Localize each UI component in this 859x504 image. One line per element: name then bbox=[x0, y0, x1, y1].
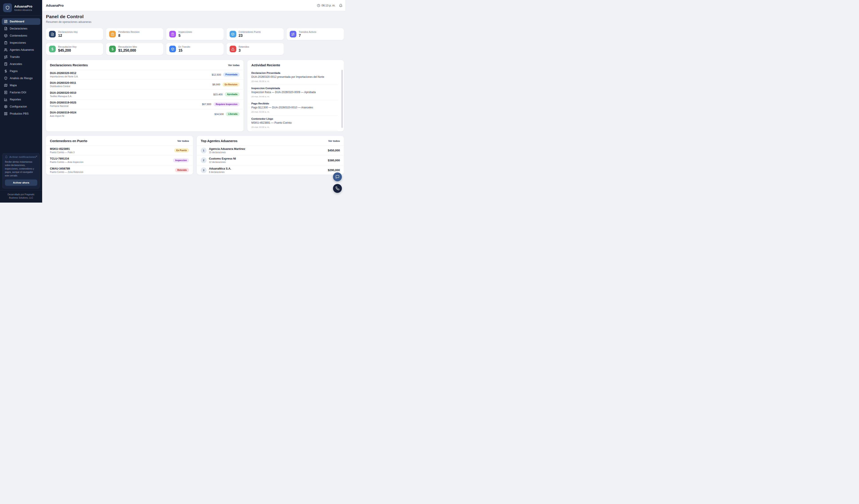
stat-icon bbox=[169, 46, 176, 52]
sidebar-item[interactable]: Facturas DGI bbox=[2, 89, 40, 96]
recent-activity-panel: Actividad Reciente Declaracion Presentad… bbox=[247, 60, 344, 131]
recent-declarations-panel: Declaraciones Recientes Ver todas DUA-20… bbox=[46, 60, 244, 131]
status-badge: Liberada bbox=[226, 112, 240, 116]
sidebar-item[interactable]: Analisis de Riesgo bbox=[2, 75, 40, 82]
activity-item[interactable]: Contenedor Llego MSKU-4523891 — Puerto C… bbox=[251, 115, 338, 131]
panel-header: Top Agentes Aduaneros Ver todos bbox=[197, 136, 344, 145]
stat-label: Retenidos bbox=[239, 45, 249, 48]
stat-value: $1,250,000 bbox=[118, 49, 137, 52]
declaration-id: DUA-20260320-0011 bbox=[50, 81, 76, 84]
content: Panel de Control Resumen de operaciones … bbox=[42, 11, 345, 175]
sidebar-item[interactable]: Reportes bbox=[2, 96, 40, 103]
rank-badge: 1 bbox=[201, 147, 207, 153]
activity-list: Declaracion Presentada DUA-20260320-0012… bbox=[247, 69, 342, 131]
agent-name: AduanaNica S.A. bbox=[209, 167, 328, 170]
activity-timestamp: 20-mar, 05:30 a. m. bbox=[251, 80, 338, 82]
sidebar-item[interactable]: Configuracion bbox=[2, 103, 40, 110]
declaration-id: DUA-20260320-0012 bbox=[50, 72, 78, 75]
declarations-list: DUA-20260320-0012 Importaciones del Nort… bbox=[46, 69, 244, 119]
current-time: 06:13 p. m. bbox=[317, 4, 335, 7]
sidebar-nav: Dashboard Declaraciones Contenedores Ins… bbox=[0, 16, 42, 117]
close-icon[interactable] bbox=[35, 155, 38, 158]
sidebar-item[interactable]: Pagos bbox=[2, 68, 40, 75]
stat-card: Declaraciones Hoy 12 bbox=[46, 28, 103, 40]
declaration-amount: $12,500 bbox=[212, 73, 221, 76]
agent-name: Agencia Aduanera Martinez bbox=[209, 147, 328, 151]
view-all-agents-link[interactable]: Ver todos bbox=[328, 140, 340, 142]
activity-description: Inspeccion fisica — DUA-20260320-0009 — … bbox=[251, 91, 338, 94]
sidebar-item[interactable]: Agentes Aduaneros bbox=[2, 47, 40, 53]
sidebar-item[interactable]: Dashboard bbox=[2, 18, 40, 25]
sidebar-item-icon bbox=[4, 98, 7, 101]
declaration-row[interactable]: DUA-20260320-0012 Importaciones del Nort… bbox=[46, 69, 244, 80]
status-badge: En Revision bbox=[223, 82, 240, 86]
stat-value: 15 bbox=[178, 49, 190, 52]
activity-timestamp: 20-mar, 04:00 a. m. bbox=[251, 111, 338, 113]
container-row[interactable]: MSKU-4523891 Puerto Corinto — Patio 3 En… bbox=[46, 145, 193, 155]
status-badge: Presentada bbox=[223, 73, 240, 77]
phone-icon bbox=[335, 186, 340, 190]
sidebar-footer: Desarrollado por Pragmatic Business Solu… bbox=[0, 190, 42, 203]
clock-icon bbox=[317, 4, 320, 7]
topbar: AduanaPro 06:13 p. m. bbox=[42, 0, 345, 11]
activity-title: Contenedor Llego bbox=[251, 117, 338, 120]
declaration-id: DUA-20260319-0024 bbox=[50, 111, 76, 114]
sidebar-item[interactable]: Contenedores bbox=[2, 32, 40, 39]
declaration-company: Farmacia Nacional bbox=[50, 105, 76, 107]
stat-icon bbox=[109, 31, 116, 37]
sidebar-item[interactable]: Aranceles bbox=[2, 61, 40, 67]
agent-declarations-count: 8 declaraciones bbox=[209, 171, 328, 173]
declaration-row[interactable]: DUA-20260319-0024 Auto Import NI $34,500… bbox=[46, 109, 244, 119]
sidebar-item-icon bbox=[4, 83, 7, 87]
containers-list: MSKU-4523891 Puerto Corinto — Patio 3 En… bbox=[46, 145, 193, 175]
stat-label: Transitos Activos bbox=[299, 31, 316, 33]
activity-item[interactable]: Declaracion Liberada DUA-20260319-0024 —… bbox=[251, 131, 338, 131]
stat-card: Pendientes Revision 8 bbox=[106, 28, 163, 40]
declaration-id: DUA-20260319-0025 bbox=[50, 101, 76, 104]
container-row[interactable]: TCLU-7891234 Puerto Corinto — Area Inspe… bbox=[46, 155, 193, 166]
chat-fab-button[interactable] bbox=[333, 172, 342, 181]
stat-icon bbox=[49, 31, 56, 37]
activity-item[interactable]: Declaracion Presentada DUA-20260320-0012… bbox=[251, 69, 338, 85]
sidebar-item-label: Inspecciones bbox=[10, 41, 26, 44]
view-all-containers-link[interactable]: Ver todos bbox=[178, 140, 189, 142]
container-location: Puerto Corinto — Zona Retencion bbox=[50, 171, 84, 173]
activity-scrollbar[interactable] bbox=[342, 70, 343, 128]
phone-fab-button[interactable] bbox=[333, 184, 342, 193]
sidebar-item[interactable]: Inspecciones bbox=[2, 40, 40, 46]
agent-row[interactable]: 2 Customs Express NI 12 declaraciones $3… bbox=[197, 155, 344, 166]
page-subtitle: Resumen de operaciones aduaneras bbox=[46, 20, 344, 23]
sidebar-item-icon bbox=[4, 105, 7, 108]
declaration-row[interactable]: DUA-20260319-0025 Farmacia Nacional $67,… bbox=[46, 99, 244, 109]
rank-badge: 2 bbox=[201, 157, 207, 163]
sidebar: AduanaPro Gestion Aduanera Dashboard Dec… bbox=[0, 0, 42, 203]
declaration-row[interactable]: DUA-20260320-0011 Distribuidora Central … bbox=[46, 80, 244, 90]
agent-row[interactable]: 3 AduanaNica S.A. 8 declaraciones $290,0… bbox=[197, 165, 344, 175]
declaration-amount: $8,900 bbox=[212, 83, 220, 86]
sidebar-item[interactable]: Declaraciones bbox=[2, 25, 40, 32]
stat-value: 5 bbox=[178, 34, 192, 38]
declaration-company: Importaciones del Norte S.A. bbox=[50, 75, 78, 78]
panel-header: Declaraciones Recientes Ver todas bbox=[46, 60, 244, 69]
sidebar-item[interactable]: Mapa bbox=[2, 82, 40, 89]
brand-name: AduanaPro bbox=[14, 4, 32, 8]
container-row[interactable]: CMAU-3456789 Puerto Corinto — Zona Reten… bbox=[46, 165, 193, 175]
declaration-company: Distribuidora Central bbox=[50, 85, 76, 88]
sidebar-item[interactable]: Productos PBS bbox=[2, 110, 40, 117]
view-all-declarations-link[interactable]: Ver todas bbox=[228, 64, 240, 66]
activity-description: DUA-20260320-0012 presentada por Importa… bbox=[251, 75, 338, 78]
stat-cards: Declaraciones Hoy 12 Pendientes Revision… bbox=[46, 28, 344, 55]
activate-notifications-button[interactable]: Activar ahora bbox=[5, 179, 37, 186]
declaration-row[interactable]: DUA-20260320-0010 Textiles Managua S.A. … bbox=[46, 89, 244, 99]
notifications-bell-icon[interactable] bbox=[339, 4, 343, 7]
container-id: MSKU-4523891 bbox=[50, 147, 75, 151]
top-agents-panel: Top Agentes Aduaneros Ver todos 1 Agenci… bbox=[197, 136, 344, 175]
stat-icon bbox=[230, 46, 236, 52]
sidebar-item[interactable]: Transito bbox=[2, 54, 40, 60]
stat-icon bbox=[230, 31, 236, 37]
activity-item[interactable]: Inspeccion Completada Inspeccion fisica … bbox=[251, 85, 338, 100]
main-area: AduanaPro 06:13 p. m. Panel de Control R… bbox=[42, 0, 345, 203]
activity-title: Declaracion Presentada bbox=[251, 72, 338, 74]
activity-item[interactable]: Pago Recibido Pago $12,500 — DUA-2026032… bbox=[251, 100, 338, 115]
agent-row[interactable]: 1 Agencia Aduanera Martinez 15 declaraci… bbox=[197, 145, 344, 155]
